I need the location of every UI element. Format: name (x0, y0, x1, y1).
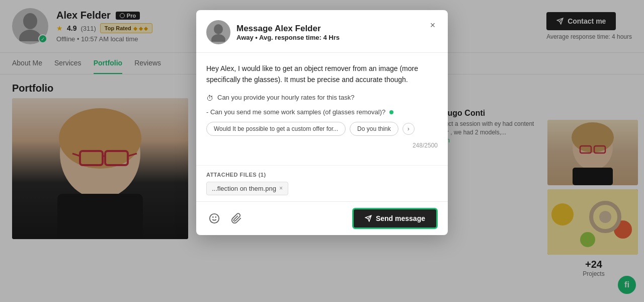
modal-header: Message Alex Felder Away • Avg. response… (196, 10, 448, 53)
page-background: ✓ Alex Felder Pro ★ 4.9 (311) Top Rated … (0, 0, 644, 302)
attached-files-section: ATTACHED FILES (1) ...flection on them.p… (196, 165, 448, 201)
file-chip: ...flection on them.png × (206, 182, 288, 195)
send-icon (365, 215, 372, 222)
quick-replies: Would It be possible to get a custom off… (206, 122, 438, 136)
modal-footer: Send message (196, 201, 448, 235)
char-count: 248/2500 (206, 142, 438, 149)
modal-username: Message Alex Felder (236, 24, 438, 34)
attach-button[interactable] (228, 210, 245, 226)
svg-point-26 (211, 34, 225, 42)
quick-replies-arrow[interactable]: › (403, 123, 415, 135)
svg-point-27 (210, 214, 219, 223)
modal-overlay: Message Alex Felder Away • Avg. response… (0, 0, 644, 302)
modal-user-info: Message Alex Felder Away • Avg. response… (236, 24, 438, 41)
quick-reply-2[interactable]: Do you think (350, 122, 398, 136)
message-modal: Message Alex Felder Away • Avg. response… (196, 10, 448, 235)
ai-suggestion-1: ⏱ Can you provide your hourly rates for … (206, 94, 438, 102)
green-dot-icon (389, 110, 393, 114)
modal-close-button[interactable]: × (426, 18, 440, 32)
attached-label: ATTACHED FILES (1) (206, 172, 438, 178)
send-message-button[interactable]: Send message (352, 208, 438, 229)
file-remove-button[interactable]: × (279, 185, 283, 192)
file-name: ...flection on them.png (212, 185, 276, 192)
ai-suggestion-2: - Can you send me some work samples (of … (206, 108, 438, 116)
clock-icon: ⏱ (206, 94, 213, 102)
quick-reply-1[interactable]: Would It be possible to get a custom off… (206, 122, 346, 136)
modal-avatar (206, 20, 230, 44)
emoji-button[interactable] (206, 210, 222, 226)
svg-point-25 (214, 24, 223, 34)
modal-status: Away • Avg. response time: 4 Hrs (236, 34, 438, 41)
modal-body: Hey Alex, I would like to get an object … (196, 53, 448, 165)
message-text: Hey Alex, I would like to get an object … (206, 63, 438, 86)
